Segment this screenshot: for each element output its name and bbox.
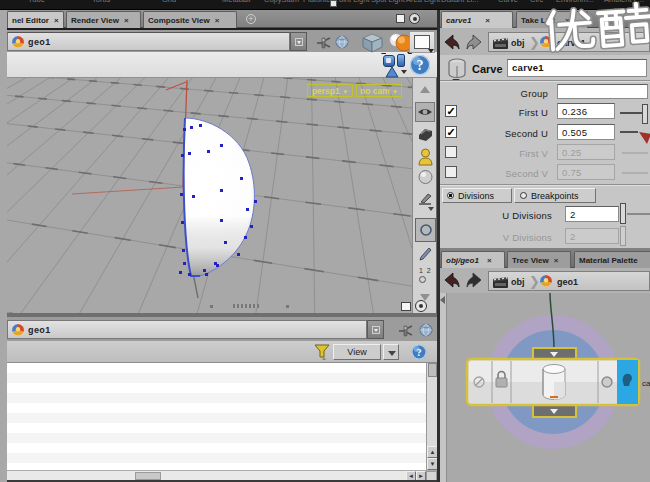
svg-text:?: ? — [417, 58, 424, 73]
svg-text:ca: ca — [642, 379, 650, 388]
svg-text:?: ? — [416, 347, 421, 358]
